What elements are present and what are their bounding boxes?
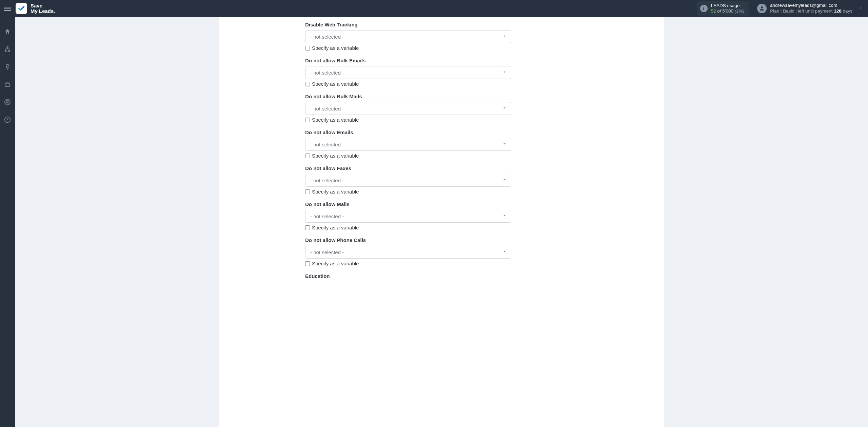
specify-variable-checkbox[interactable]: Specify as a variable xyxy=(305,225,511,230)
logo[interactable]: Save My Leads. xyxy=(15,3,55,14)
field-no-faxes: Do not allow Faxes - not selected - Spec… xyxy=(305,165,511,195)
field-label: Do not allow Mails xyxy=(305,201,511,207)
field-no-phone-calls: Do not allow Phone Calls - not selected … xyxy=(305,237,511,266)
select-value: - not selected - xyxy=(310,178,344,183)
chevron-down-icon xyxy=(502,178,507,183)
user-circle-icon xyxy=(4,99,11,106)
sidebar-item-work[interactable] xyxy=(0,80,15,89)
specify-variable-checkbox[interactable]: Specify as a variable xyxy=(305,153,511,159)
specify-variable-checkbox[interactable]: Specify as a variable xyxy=(305,189,511,195)
field-label: Do not allow Bulk Mails xyxy=(305,94,511,99)
chevron-down-icon xyxy=(502,214,507,219)
checkbox-input[interactable] xyxy=(305,118,310,122)
usage-text: LEADS usage: 52 of 5'000 (1%) xyxy=(711,3,745,14)
field-label: Do not allow Emails xyxy=(305,129,511,135)
specify-variable-checkbox[interactable]: Specify as a variable xyxy=(305,81,511,87)
sidebar xyxy=(0,17,15,427)
select-value: - not selected - xyxy=(310,249,344,255)
chevron-down-icon xyxy=(859,6,863,12)
select-value: - not selected - xyxy=(310,142,344,147)
checkbox-input[interactable] xyxy=(305,154,310,158)
field-select[interactable]: - not selected - xyxy=(305,246,511,259)
app-header: Save My Leads. i LEADS usage: 52 of 5'00… xyxy=(0,0,868,17)
checkbox-input[interactable] xyxy=(305,261,310,266)
sidebar-item-help[interactable] xyxy=(0,115,15,125)
chevron-down-icon xyxy=(502,106,507,111)
sidebar-item-billing[interactable] xyxy=(0,62,15,72)
select-value: - not selected - xyxy=(310,214,344,219)
specify-variable-checkbox[interactable]: Specify as a variable xyxy=(305,117,511,123)
checkbox-label: Specify as a variable xyxy=(312,81,359,87)
field-no-bulk-mails: Do not allow Bulk Mails - not selected -… xyxy=(305,94,511,123)
checkbox-input[interactable] xyxy=(305,225,310,230)
field-label: Disable Web Tracking xyxy=(305,22,511,27)
avatar-icon xyxy=(757,4,767,13)
logo-icon xyxy=(16,3,27,14)
checkbox-label: Specify as a variable xyxy=(312,261,359,266)
field-select[interactable]: - not selected - xyxy=(305,66,511,79)
info-icon: i xyxy=(700,5,708,12)
question-icon xyxy=(4,116,11,124)
logo-text: Save My Leads. xyxy=(31,3,55,14)
checkbox-label: Specify as a variable xyxy=(312,189,359,195)
account-text: andrewsavemyleads@gmail.com Plan | Basic… xyxy=(770,3,852,14)
select-value: - not selected - xyxy=(310,70,344,76)
chevron-down-icon xyxy=(502,249,507,255)
sidebar-item-account[interactable] xyxy=(0,98,15,107)
content-card: Disable Web Tracking - not selected - Sp… xyxy=(219,17,664,427)
field-select[interactable]: - not selected - xyxy=(305,102,511,115)
checkbox-label: Specify as a variable xyxy=(312,153,359,159)
select-value: - not selected - xyxy=(310,106,344,111)
checkbox-input[interactable] xyxy=(305,46,310,50)
select-value: - not selected - xyxy=(310,34,344,40)
field-no-mails: Do not allow Mails - not selected - Spec… xyxy=(305,201,511,230)
checkbox-label: Specify as a variable xyxy=(312,45,359,51)
briefcase-icon xyxy=(4,81,11,89)
hamburger-icon xyxy=(4,6,11,11)
menu-toggle-button[interactable] xyxy=(0,0,15,17)
specify-variable-checkbox[interactable]: Specify as a variable xyxy=(305,261,511,266)
home-icon xyxy=(4,28,11,36)
account-dropdown-toggle[interactable] xyxy=(857,0,868,17)
field-no-bulk-emails: Do not allow Bulk Emails - not selected … xyxy=(305,58,511,87)
sidebar-item-connections[interactable] xyxy=(0,45,15,54)
field-label: Do not allow Faxes xyxy=(305,165,511,171)
field-education-label: Education xyxy=(305,273,511,279)
field-select[interactable]: - not selected - xyxy=(305,30,511,43)
checkbox-label: Specify as a variable xyxy=(312,225,359,230)
checkbox-input[interactable] xyxy=(305,189,310,194)
dollar-icon xyxy=(4,63,11,71)
field-label: Do not allow Bulk Emails xyxy=(305,58,511,63)
chevron-down-icon xyxy=(502,34,507,40)
checkbox-input[interactable] xyxy=(305,82,310,86)
field-no-emails: Do not allow Emails - not selected - Spe… xyxy=(305,129,511,159)
field-select[interactable]: - not selected - xyxy=(305,210,511,223)
field-disable-web-tracking: Disable Web Tracking - not selected - Sp… xyxy=(305,22,511,51)
chevron-down-icon xyxy=(502,142,507,147)
sitemap-icon xyxy=(4,46,11,54)
account-menu[interactable]: andrewsavemyleads@gmail.com Plan | Basic… xyxy=(752,0,857,17)
chevron-down-icon xyxy=(502,70,507,76)
checkbox-label: Specify as a variable xyxy=(312,117,359,123)
mapping-form: Disable Web Tracking - not selected - Sp… xyxy=(305,22,511,282)
main-area: Disable Web Tracking - not selected - Sp… xyxy=(15,17,868,427)
field-select[interactable]: - not selected - xyxy=(305,174,511,187)
specify-variable-checkbox[interactable]: Specify as a variable xyxy=(305,45,511,51)
usage-badge[interactable]: i LEADS usage: 52 of 5'000 (1%) xyxy=(697,1,749,16)
field-select[interactable]: - not selected - xyxy=(305,138,511,151)
sidebar-item-home[interactable] xyxy=(0,27,15,37)
field-label: Do not allow Phone Calls xyxy=(305,237,511,243)
